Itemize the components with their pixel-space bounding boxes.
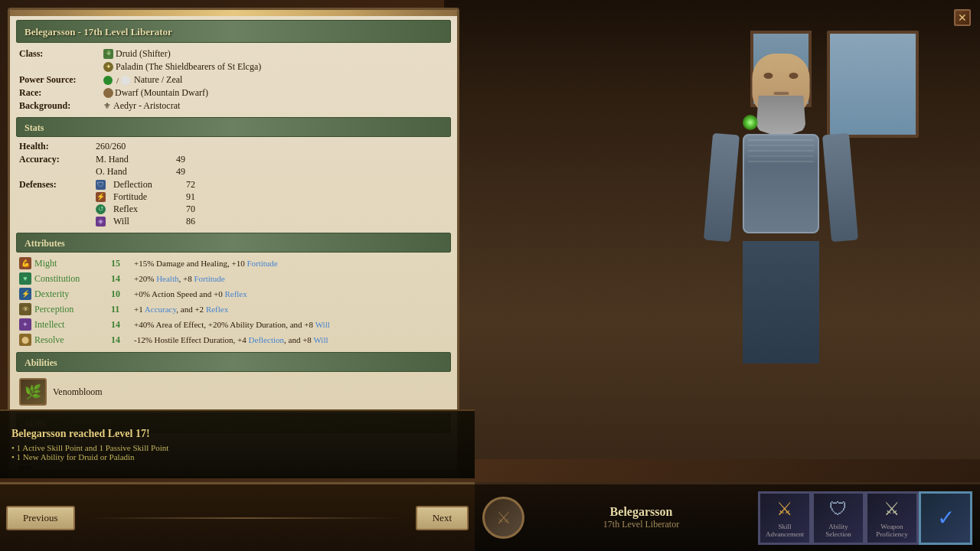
background-value: ⚜ Aedyr - Aristocrat — [103, 100, 448, 112]
char-name-display: Belegarsson — [540, 505, 743, 519]
deflection-value: 72 — [186, 179, 195, 191]
attribute-row-perception: 👁 Perception 11 +1 Accuracy, and +2 Refl… — [16, 302, 451, 317]
nature-icon — [103, 76, 113, 85]
abilities-label: Abilities — [24, 357, 57, 368]
character-model — [697, 38, 865, 421]
attributes-list: 💪 Might 15 +15% Damage and Healing, +10 … — [16, 256, 451, 347]
stats-section-header: Stats — [16, 117, 451, 137]
resolve-desc: -12% Hostile Effect Duration, +4 Deflect… — [134, 335, 448, 344]
intellect-desc: +40% Area of Effect, +20% Ability Durati… — [134, 320, 448, 329]
checkmark-icon: ✓ — [937, 505, 955, 530]
resolve-val: 14 — [111, 334, 134, 346]
char-avatar: ⚔ — [482, 497, 524, 539]
will-icon: ◈ — [96, 217, 106, 227]
character-panel: Belegarsson - 17th Level Liberator Class… — [8, 8, 459, 478]
char-beard — [756, 96, 806, 138]
dexterity-val: 10 — [111, 289, 134, 300]
venombloom-icon: 🌿 — [24, 383, 41, 400]
attribute-row-resolve: ⬤ Resolve 14 -12% Hostile Effect Duratio… — [16, 332, 451, 347]
defenses-values: 🛡 Deflection 72 ⚡ Fortitude 91 ↺ Reflex — [96, 179, 195, 227]
class-value2: ✦ Paladin (The Shieldbearers of St Elcga… — [103, 61, 448, 73]
constitution-name[interactable]: Constitution — [34, 273, 111, 285]
ability-selection-symbol: 🛡 — [829, 498, 848, 520]
constitution-desc: +20% Health, +8 Fortitude — [134, 274, 448, 283]
perception-name[interactable]: Perception — [34, 304, 111, 315]
might-icon: 💪 — [19, 257, 31, 269]
weapon-proficiency-symbol: ⚔ — [884, 498, 900, 520]
levelup-icons-bar: ⚔ Skill Advancement 🛡 Ability Selection … — [750, 491, 980, 545]
attribute-row-might: 💪 Might 15 +15% Damage and Healing, +10 … — [16, 256, 451, 271]
deflection-icon: 🛡 — [96, 180, 106, 190]
zeal-icon — [121, 76, 130, 85]
will-value: 86 — [186, 216, 195, 227]
health-value: 260/260 — [96, 141, 126, 152]
class-row2: ✦ Paladin (The Shieldbearers of St Elcga… — [16, 60, 451, 73]
class-label: Class: — [19, 48, 103, 60]
mhand-label: M. Hand — [96, 154, 153, 165]
might-name[interactable]: Might — [34, 258, 111, 269]
will-label: Will — [113, 216, 178, 227]
ability-venombloom: 🌿 Venombloom — [16, 375, 451, 409]
fortitude-label: Fortitude — [113, 191, 178, 203]
accuracy-row: Accuracy: M. Hand 49 O. Hand 49 — [16, 153, 451, 178]
perception-val: 11 — [111, 304, 134, 315]
abilities-section-header: Abilities — [16, 352, 451, 372]
reflex-label: Reflex — [113, 204, 178, 215]
deflection-label: Deflection — [113, 179, 178, 191]
race-row: Race: Dwarf (Mountain Dwarf) — [16, 86, 451, 99]
ability-selection-label: Ability Selection — [814, 523, 863, 538]
stats-section: Health: 260/260 Accuracy: M. Hand 49 O. … — [16, 140, 451, 228]
perception-desc: +1 Accuracy, and +2 Reflex — [134, 305, 448, 314]
ability-selection-icon-box[interactable]: 🛡 Ability Selection — [812, 491, 865, 545]
char-left-arm — [704, 133, 740, 243]
accuracy-label: Accuracy: — [19, 154, 96, 165]
intellect-val: 14 — [111, 319, 134, 331]
accuracy-values: M. Hand 49 O. Hand 49 — [96, 154, 185, 178]
background-row: Background: ⚜ Aedyr - Aristocrat — [16, 99, 451, 112]
nav-divider — [89, 517, 402, 519]
skill-advancement-icon-box[interactable]: ⚔ Skill Advancement — [758, 491, 812, 545]
class-value: ⚘ Druid (Shifter) — [103, 48, 448, 60]
character-title: Belegarsson - 17th Level Liberator — [24, 26, 172, 37]
panel-top-border — [10, 10, 457, 16]
close-button[interactable]: ✕ — [954, 9, 971, 26]
bottom-nav-bar: Previous Next — [0, 482, 475, 551]
reflex-value: 70 — [186, 204, 195, 215]
dexterity-desc: +0% Action Speed and +0 Reflex — [134, 289, 448, 298]
constitution-icon: ♥ — [19, 272, 31, 285]
char-name-plate: Belegarsson 17th Level Liberator — [532, 505, 750, 530]
skill-advancement-symbol: ⚔ — [776, 498, 793, 520]
health-label: Health: — [19, 141, 96, 152]
char-right-arm — [822, 133, 858, 243]
intellect-name[interactable]: Intellect — [34, 319, 111, 331]
levelup-bullet-2: 1 New Ability for Druid or Paladin — [11, 452, 463, 461]
next-button[interactable]: Next — [416, 506, 469, 530]
dexterity-name[interactable]: Dexterity — [34, 289, 111, 300]
health-row: Health: 260/260 — [16, 140, 451, 153]
defenses-row: Defenses: 🛡 Deflection 72 ⚡ Fortitude 91 — [16, 178, 451, 228]
resolve-name[interactable]: Resolve — [34, 334, 111, 346]
resolve-icon: ⬤ — [19, 334, 31, 346]
weapon-proficiency-icon-box[interactable]: ⚔ Weapon Proficiency — [865, 491, 919, 545]
ohand-label: O. Hand — [96, 166, 153, 178]
previous-button[interactable]: Previous — [6, 506, 75, 530]
intellect-icon: ✦ — [19, 318, 31, 331]
class-row: Class: ⚘ Druid (Shifter) — [16, 47, 451, 60]
panel-scroll-content[interactable]: Belegarsson - 17th Level Liberator Class… — [10, 16, 457, 470]
avatar-icon: ⚔ — [496, 508, 511, 528]
ability-icon-box: 🌿 — [19, 378, 47, 406]
levelup-bullet-1: 1 Active Skill Point and 1 Passive Skill… — [11, 443, 463, 452]
fortitude-value: 91 — [186, 191, 195, 203]
mhand-value: 49 — [176, 154, 185, 165]
might-desc: +15% Damage and Healing, +10 Fortitude — [134, 259, 448, 268]
completed-icon-box[interactable]: ✓ — [919, 491, 972, 545]
bottom-character-bar: ⚔ Belegarsson 17th Level Liberator ⚔ Ski… — [475, 482, 980, 551]
levelup-notification: Belegarsson reached Level 17! 1 Active S… — [0, 409, 475, 478]
background-label: Background: — [19, 100, 103, 112]
attributes-label: Attributes — [24, 238, 65, 249]
char-glow-effect — [743, 115, 758, 130]
constitution-val: 14 — [111, 273, 134, 285]
reflex-icon: ↺ — [96, 204, 106, 214]
defenses-label: Defenses: — [19, 179, 96, 191]
char-legs — [743, 241, 819, 364]
